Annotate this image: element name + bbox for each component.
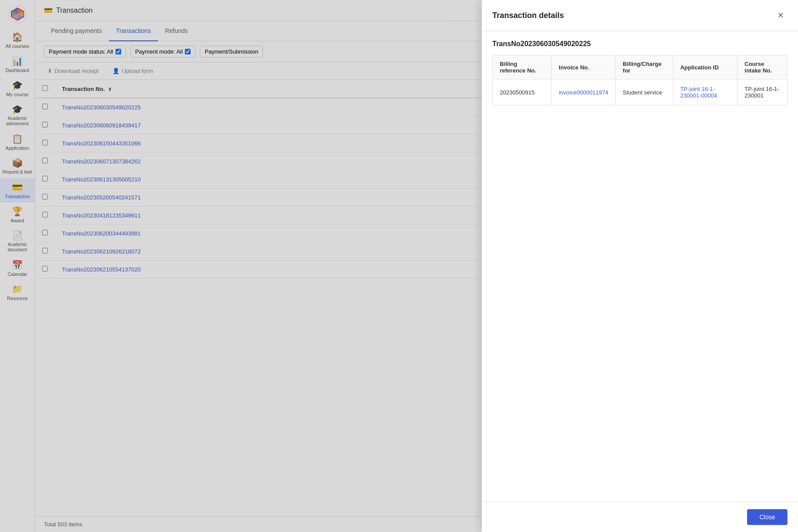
application-id-link[interactable]: TP-joint 16-1-230001-00004 [680,86,717,99]
modal-title: Transaction details [492,11,564,20]
detail-table-header-row: Billing reference No. Invoice No. Billin… [493,55,787,80]
detail-billing-ref-value: 20230500915 [493,80,552,105]
detail-table-row: 20230500915 invoice0000011974 Student se… [493,80,787,105]
detail-application-id-value: TP-joint 16-1-230001-00004 [673,80,737,105]
detail-col-invoice-no: Invoice No. [552,55,616,80]
modal-footer: Close [482,502,798,532]
detail-col-application-id: Application ID [673,55,737,80]
detail-course-intake-value: TP-joint 16-1-230001 [737,80,787,105]
detail-invoice-no-value: invoice0000011974 [552,80,616,105]
modal-close-button[interactable]: ✕ [774,9,787,22]
modal-close-footer-button[interactable]: Close [747,509,787,525]
modal-body: TransNo202306030549020225 Billing refere… [482,31,798,502]
detail-billing-charge-value: Student service [616,80,673,105]
modal-transaction-ref: TransNo202306030549020225 [492,40,787,48]
modal-header: Transaction details ✕ [482,0,798,31]
detail-col-course-intake: Course intake No. [737,55,787,80]
transaction-details-modal: Transaction details ✕ TransNo20230603054… [482,0,798,532]
detail-table: Billing reference No. Invoice No. Billin… [492,55,787,105]
detail-col-billing-charge: Billing/Charge for [616,55,673,80]
invoice-no-link[interactable]: invoice0000011974 [559,89,608,96]
detail-col-billing-ref: Billing reference No. [493,55,552,80]
